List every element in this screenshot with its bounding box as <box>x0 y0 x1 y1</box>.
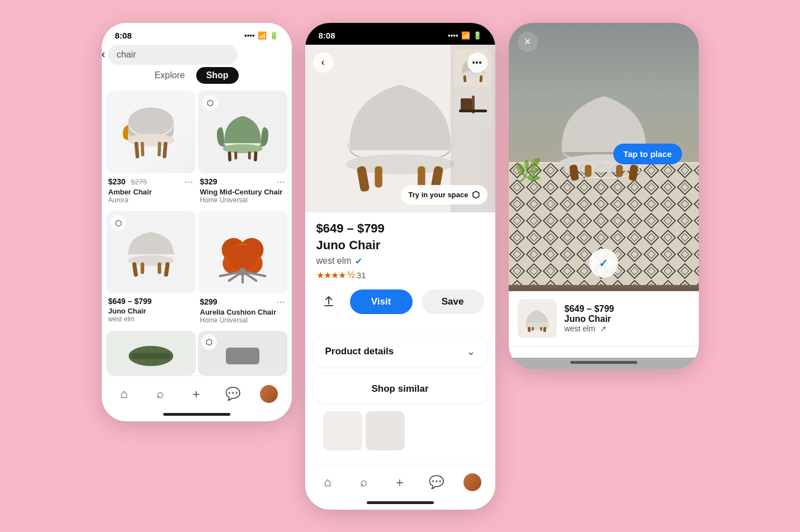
nav-profile-2[interactable] <box>461 471 484 493</box>
price-current-amber: $230 <box>108 177 126 186</box>
more-button-wing[interactable]: ··· <box>276 177 285 187</box>
nav-messages-1[interactable]: 💬 <box>221 383 244 405</box>
more-button-aurelia[interactable]: ··· <box>276 297 285 307</box>
svg-rect-31 <box>226 348 259 364</box>
product-info-juno: $649 – $799 Juno Chair west elm <box>106 293 196 327</box>
svg-rect-9 <box>234 151 237 159</box>
bottom-nav-3 <box>509 346 699 358</box>
ar-close-button[interactable]: ✕ <box>518 32 538 52</box>
product-info-amber: $230 $275 ··· Amber Chair Aurora <box>106 173 196 208</box>
close-icon: ✕ <box>524 36 531 47</box>
tab-explore[interactable]: Explore <box>154 70 184 80</box>
wifi-icon-2: 📶 <box>461 31 470 40</box>
svg-point-22 <box>228 245 257 270</box>
product-card-aurelia[interactable]: $299 ··· Aurelia Cushion Chair Home Univ… <box>198 211 287 329</box>
battery-icon-2: 🔋 <box>473 31 482 40</box>
ar-view: 🌿 ✕ Tap to pla <box>509 23 699 291</box>
nav-profile-1[interactable] <box>258 383 280 405</box>
svg-rect-52 <box>616 165 623 177</box>
ar-badge-juno[interactable]: ⬡ <box>111 215 126 231</box>
tap-to-place-button[interactable]: Tap to place <box>613 144 681 164</box>
product-image-aurelia <box>198 211 287 293</box>
ar-name: Juno Chair <box>565 314 614 324</box>
svg-rect-5 <box>157 141 161 156</box>
ar-link-icon[interactable]: ↗ <box>600 324 607 333</box>
product-image-gray: ⬡ <box>198 331 287 376</box>
product-card-juno[interactable]: ⬡ $649 <box>106 211 196 329</box>
svg-rect-14 <box>140 262 144 274</box>
home-indicator-1 <box>163 413 230 416</box>
price-row-wing: $329 ··· <box>200 177 285 187</box>
try-in-space-button[interactable]: Try in your space ⬡ <box>401 185 487 205</box>
price-row-amber: $230 $275 ··· <box>108 177 193 187</box>
action-row: Visit Save <box>316 289 484 314</box>
nav-search-1[interactable]: ⌕ <box>149 383 172 405</box>
price-row-aurelia: $299 ··· <box>200 297 285 307</box>
ar-product-summary: $649 – $799 Juno Chair west elm ↗ <box>509 291 699 346</box>
signal-icon-2: ▪▪▪▪ <box>448 31 458 40</box>
wifi-icon: 📶 <box>258 31 267 40</box>
price-aurelia: $299 <box>200 297 217 306</box>
product-card-wing[interactable]: ⬡ <box>198 91 287 208</box>
stars: ★★★★ <box>316 270 345 281</box>
phone-3: 🌿 ✕ Tap to pla <box>509 23 699 369</box>
detail-price: $649 – $799 <box>316 221 484 236</box>
product-details-accordion[interactable]: Product details ⌄ <box>314 336 486 367</box>
nav-messages-2[interactable]: 💬 <box>425 471 447 493</box>
ar-confirm-button[interactable]: ✓ <box>589 249 618 278</box>
nav-home-1[interactable]: ⌂ <box>113 383 135 405</box>
ar-badge-gray[interactable]: ⬡ <box>201 334 217 350</box>
status-icons-1: ▪▪▪▪ 📶 🔋 <box>244 31 278 40</box>
product-info-aurelia: $299 ··· Aurelia Cushion Chair Home Univ… <box>198 293 287 329</box>
svg-rect-56 <box>532 327 534 331</box>
product-image-wing: ⬡ <box>198 91 287 173</box>
search-bar: ‹ <box>102 45 292 65</box>
product-name-wing: Wing Mid-Century Chair <box>200 188 285 196</box>
search-input[interactable] <box>108 45 238 65</box>
product-brand-wing: Home Universal <box>200 196 285 204</box>
svg-rect-38 <box>463 75 466 82</box>
status-bar-2: 8:08 ▪▪▪▪ 📶 🔋 <box>305 23 495 45</box>
detail-brand: west elm <box>316 256 352 266</box>
tap-label: Tap to place <box>623 149 671 159</box>
status-icons-2: ▪▪▪▪ 📶 🔋 <box>448 31 481 40</box>
svg-rect-55 <box>543 326 547 331</box>
save-button[interactable]: Save <box>422 289 484 314</box>
more-button-amber[interactable]: ··· <box>184 177 193 187</box>
visit-button[interactable]: Visit <box>350 289 413 314</box>
product-image-green <box>106 331 196 376</box>
nav-plus-2[interactable]: ＋ <box>389 471 411 493</box>
plant-decoration: 🌿 <box>514 158 542 184</box>
share-button[interactable] <box>316 289 341 314</box>
product-brand-juno: west elm <box>108 315 193 323</box>
price-amber: $230 $275 <box>108 177 148 187</box>
product-name-amber: Amber Chair <box>108 188 193 196</box>
tab-shop[interactable]: Shop <box>196 67 239 84</box>
shop-similar-section[interactable]: Shop similar <box>314 374 486 403</box>
shop-similar-label: Shop similar <box>371 383 428 395</box>
nav-plus-1[interactable]: ＋ <box>185 383 207 405</box>
hero-back-button[interactable]: ‹ <box>313 53 333 73</box>
detail-body: $649 – $799 Juno Chair west elm ✔ ★★★★½ … <box>305 212 495 332</box>
price-juno: $649 – $799 <box>108 297 152 306</box>
ar-product-thumbnail[interactable] <box>518 299 557 338</box>
ar-badge-wing[interactable]: ⬡ <box>202 95 218 111</box>
product-card-green[interactable] <box>106 331 196 376</box>
signal-icon: ▪▪▪▪ <box>244 31 254 40</box>
product-card-amber[interactable]: $230 $275 ··· Amber Chair Aurora <box>106 91 196 208</box>
price-original-amber: $275 <box>131 178 147 186</box>
nav-home-2[interactable]: ⌂ <box>316 471 339 493</box>
product-card-gray[interactable]: ⬡ <box>198 331 287 376</box>
phone-2-scroll[interactable]: $649 – $799 Juno Chair west elm ✔ ★★★★½ … <box>305 212 495 464</box>
similar-thumb-1[interactable] <box>323 411 362 450</box>
svg-rect-8 <box>253 151 257 161</box>
thumbnail-2[interactable] <box>454 89 492 127</box>
nav-search-2[interactable]: ⌕ <box>353 471 375 493</box>
product-info-wing: $329 ··· Wing Mid-Century Chair Home Uni… <box>198 173 287 208</box>
hero-more-button[interactable]: ••• <box>467 53 487 73</box>
phone-1: 8:08 ▪▪▪▪ 📶 🔋 ‹ Explore Shop <box>102 23 292 421</box>
product-details-label: Product details <box>325 346 394 357</box>
back-button[interactable]: ‹ <box>102 48 106 60</box>
product-name-juno: Juno Chair <box>108 307 193 315</box>
similar-thumb-2[interactable] <box>366 411 405 450</box>
